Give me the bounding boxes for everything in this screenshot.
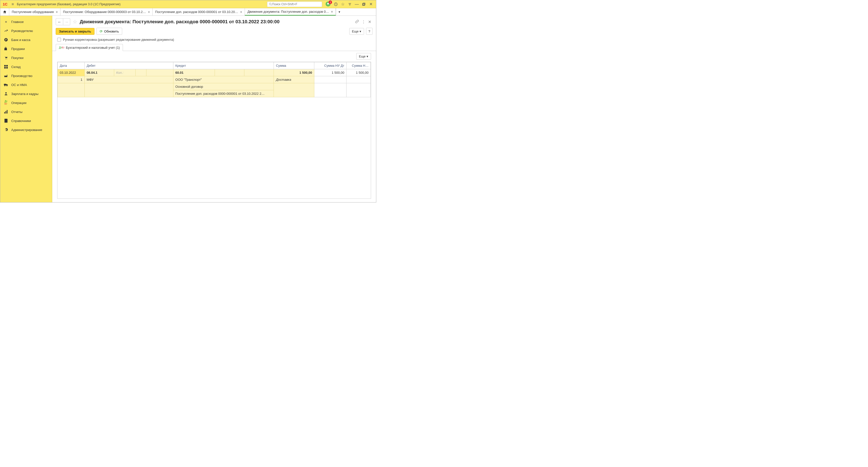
sidebar-item-salary[interactable]: Зарплата и кадры [0,89,52,98]
refresh-button[interactable]: ⟳ Обновить [96,28,122,35]
favorite-star-icon[interactable]: ☆ [73,19,77,25]
nav-forward-button[interactable]: → [63,19,70,25]
entries-grid[interactable]: Дата Дебет Кредит Сумма Сумма НУ Дт Сумм… [57,62,371,199]
tab-0[interactable]: Поступление оборудования × [9,8,60,16]
sidebar-item-references[interactable]: Справочники [0,116,52,125]
home-tab[interactable] [0,8,9,16]
hamburger-icon[interactable]: ≡ [10,2,15,6]
barchart-icon [4,110,8,114]
notifications-icon[interactable]: 2 [326,1,331,7]
close-icon[interactable]: ✕ [369,2,373,6]
sidebar-item-label: Покупки [11,56,24,60]
close-doc-icon[interactable]: ✕ [368,20,373,24]
cell-sum-note: Доставка [274,76,314,83]
tab-close-icon[interactable]: × [56,10,58,14]
maximize-icon[interactable] [362,2,366,6]
history-icon[interactable] [334,2,338,6]
svg-rect-15 [6,67,8,68]
table-row[interactable]: 1 МФУ ООО "Транспорт" Доставка [58,76,371,83]
star-icon[interactable]: ☆ [341,2,345,6]
tabs-dropdown[interactable]: ▾ [336,8,343,16]
dtkt-icon: ДтКт [59,47,64,49]
kebab-icon[interactable]: ⋮ [362,20,366,24]
cell-sum-n: 1 500,00 [346,69,371,76]
cell-empty [147,69,174,76]
bag-icon [4,47,8,51]
svg-rect-21 [5,111,6,114]
filter-icon[interactable] [347,2,352,6]
cell-empty [314,76,346,83]
search-field[interactable] [267,1,322,7]
cell-empty [274,83,314,97]
manual-edit-checkbox[interactable] [57,38,61,41]
titlebar: 1C ≡ Бухгалтерия предприятия (базовая), … [0,0,376,8]
main-content: ← → ☆ Движения документа: Поступление до… [52,16,376,202]
cell-credit-sub3: Поступление доп. расходов 0000-000001 от… [173,90,274,97]
col-sum-nu-dt[interactable]: Сумма НУ Дт [314,62,346,69]
cell-sum-nu-dt: 1 500,00 [314,69,346,76]
col-debit[interactable]: Дебет [85,62,173,69]
gear-icon [4,127,8,132]
sidebar-item-purchases[interactable]: Покупки [0,53,52,62]
svg-point-0 [269,3,271,5]
tab-label: Поступление доп. расходов 0000-000001 от… [155,10,238,14]
sidebar-item-manager[interactable]: Руководителю [0,26,52,35]
tab-label: Движения документа: Поступление доп. рас… [247,10,329,13]
sidebar-item-label: Банк и касса [11,38,30,42]
sidebar-item-label: Операции [11,101,27,105]
search-input[interactable] [272,2,320,6]
sidebar-item-reports[interactable]: Отчеты [0,107,52,116]
table-row[interactable]: Основной договор [58,83,371,90]
sidebar-item-label: Руководителю [11,29,33,33]
sidebar-item-label: Продажи [11,47,25,51]
tab-2[interactable]: Поступление доп. расходов 0000-000001 от… [153,8,245,16]
sidebar-item-label: Склад [11,65,21,69]
tab-1[interactable]: Поступление: Оборудование 0000-000003 от… [60,8,153,16]
tab-close-icon[interactable]: × [331,10,333,14]
sidebar-item-assets[interactable]: ОС и НМА [0,80,52,89]
sidebar-item-main[interactable]: ≡Главное [0,17,52,26]
svg-text:₽: ₽ [5,38,7,41]
sidebar-item-bank[interactable]: ₽Банк и касса [0,35,52,44]
save-close-button[interactable]: Записать и закрыть [56,28,94,35]
minimize-icon[interactable]: — [354,2,359,6]
cell-empty [244,69,274,76]
more-button[interactable]: Еще▾ [349,28,364,35]
col-date[interactable]: Дата [58,62,85,69]
cell-credit-acc: 60.01 [173,69,215,76]
sidebar-item-admin[interactable]: Администрирование [0,125,52,134]
col-credit[interactable]: Кредит [173,62,274,69]
grid-more-button[interactable]: Еще▾ [356,53,371,60]
search-icon [269,2,272,6]
person-icon [4,91,8,96]
inner-tabs: ДтКт Бухгалтерский и налоговый учет (1) [52,44,376,51]
cell-empty [346,76,371,83]
sidebar-item-warehouse[interactable]: Склад [0,62,52,71]
tab-3[interactable]: Движения документа: Поступление доп. рас… [245,8,336,16]
doc-title: Движения документа: Поступление доп. рас… [80,19,352,25]
col-sum[interactable]: Сумма [274,62,314,69]
doc-header: ← → ☆ Движения документа: Поступление до… [52,16,376,27]
tab-accounting[interactable]: ДтКт Бухгалтерский и налоговый учет (1) [56,44,123,51]
sidebar-item-production[interactable]: Производство [0,71,52,80]
tab-close-icon[interactable]: × [148,10,150,14]
help-button[interactable]: ? [366,28,373,35]
app-logo: 1C [2,2,8,6]
col-sum-n[interactable]: Сумма Н… [346,62,371,69]
manual-edit-label: Ручная корректировка (разрешает редактир… [63,38,174,41]
sidebar-item-operations[interactable]: ДтКтОперации [0,98,52,107]
sidebar-item-sales[interactable]: Продажи [0,44,52,53]
dtkt-icon: ДтКт [4,100,8,105]
menu-icon: ≡ [4,20,8,24]
tab-close-icon[interactable]: × [240,10,242,14]
svg-rect-16 [4,84,6,85]
refresh-label: Обновить [104,29,119,33]
sidebar-item-label: Производство [11,74,32,78]
table-row[interactable]: 03.10.2022 08.04.1 Кол.: 60.01 1 500,00 … [58,69,371,76]
link-icon[interactable] [355,20,360,24]
cell-empty [346,83,371,97]
nav-back-button[interactable]: ← [56,19,63,25]
svg-point-19 [5,92,6,93]
chevron-down-icon: ▾ [367,55,368,58]
sidebar-item-label: Зарплата и кадры [11,92,38,96]
